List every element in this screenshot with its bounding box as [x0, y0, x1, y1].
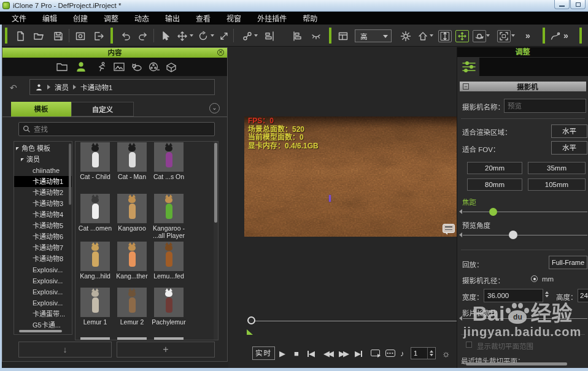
- focal-slider-knob[interactable]: [489, 208, 497, 216]
- thumbnail-item[interactable]: Cat ...s On: [151, 142, 187, 181]
- tree-item[interactable]: G5卡通...: [14, 319, 72, 331]
- redo-button[interactable]: [136, 30, 150, 42]
- add-content-button[interactable]: +: [117, 342, 215, 358]
- tree-item[interactable]: 卡通动物6: [14, 231, 72, 242]
- move-tool-caret[interactable]: [190, 34, 193, 37]
- thumbnail-item[interactable]: Kangaroo - ...all Player: [151, 194, 187, 239]
- thumbnail-item[interactable]: Cat ...omen: [77, 194, 113, 232]
- dialog-track-icon[interactable]: •••: [385, 350, 395, 357]
- last-frame-button[interactable]: ▶: [355, 348, 362, 360]
- tree-item[interactable]: Explosiv...: [14, 264, 72, 275]
- tree-item[interactable]: 角色 模板: [14, 143, 72, 154]
- camera-name-input[interactable]: [504, 99, 586, 113]
- frame-object-caret[interactable]: [511, 34, 515, 37]
- breadcrumb-actor[interactable]: 演员: [55, 82, 69, 92]
- aspect-slider-track[interactable]: [463, 318, 587, 319]
- timeline-track[interactable]: [251, 321, 457, 321]
- link-tool-caret[interactable]: [254, 34, 258, 37]
- fast-forward-button[interactable]: ▶▶: [339, 348, 347, 360]
- thumbnail-item[interactable]: Lemur 1: [77, 288, 113, 326]
- menu-export[interactable]: 输出: [157, 12, 188, 25]
- align-tool[interactable]: [263, 30, 276, 42]
- link-tool[interactable]: [241, 30, 254, 42]
- tree-item[interactable]: 卡通蛋带...: [14, 308, 72, 319]
- tree-item[interactable]: 卡通动物2: [14, 187, 72, 198]
- thumbnail-item[interactable]: Lemu...fed: [151, 242, 187, 280]
- breadcrumb-current[interactable]: 卡通动物1: [80, 82, 112, 92]
- height-input[interactable]: [578, 289, 588, 302]
- thumbnail-partial[interactable]: [80, 337, 110, 340]
- playback-mode-dropdown[interactable]: Full-Frame: [549, 256, 587, 269]
- tree-vertical-scrollbar[interactable]: [69, 143, 71, 205]
- tree-item[interactable]: 卡通动物4: [14, 209, 72, 220]
- tab-template[interactable]: 模板: [11, 102, 71, 117]
- save-project-button[interactable]: [52, 30, 65, 42]
- orbit-camera-tool[interactable]: [473, 30, 486, 42]
- toolbar-overflow-chevron-2[interactable]: »: [563, 31, 567, 40]
- frame-number-box[interactable]: [411, 347, 436, 359]
- menu-plugins[interactable]: 外挂插件: [249, 12, 295, 25]
- tab-prop-icon[interactable]: [129, 59, 145, 74]
- render-preview-button[interactable]: [74, 30, 87, 42]
- search-input[interactable]: [34, 126, 199, 133]
- maximize-button[interactable]: [570, 0, 586, 9]
- tree-item[interactable]: 演员: [14, 154, 72, 165]
- viewport-comment-icon[interactable]: [443, 224, 455, 233]
- rotate-tool-caret[interactable]: [211, 34, 214, 37]
- minimize-button[interactable]: [554, 0, 570, 9]
- playback-settings-icon[interactable]: ☼: [442, 348, 451, 360]
- undo-button[interactable]: [119, 30, 133, 42]
- tree-item[interactable]: 卡通动物8: [14, 253, 72, 264]
- tab-scene-icon[interactable]: [111, 59, 127, 74]
- frame-spinner[interactable]: [427, 348, 435, 359]
- thumbnail-partial[interactable]: [117, 337, 147, 340]
- thumbnail-item[interactable]: Pachylemur: [151, 288, 187, 326]
- tree-item[interactable]: 卡通动物7: [14, 242, 72, 253]
- open-project-button[interactable]: [32, 30, 45, 42]
- lens-35mm-button[interactable]: 35mm: [528, 162, 586, 174]
- camera-section-bar[interactable]: − 摄影机: [460, 82, 586, 91]
- show-clip-checkbox[interactable]: [466, 342, 472, 348]
- focal-slider-arrow[interactable]: [459, 209, 462, 214]
- rotate-tool[interactable]: [196, 30, 210, 42]
- tree-item[interactable]: Explosiv...: [14, 297, 72, 308]
- apply-to-scene-button[interactable]: ↓: [18, 342, 112, 358]
- frame-number-input[interactable]: [411, 348, 427, 359]
- tab-actor-icon[interactable]: [73, 59, 89, 74]
- menu-file[interactable]: 文件: [4, 12, 34, 25]
- content-panel-header[interactable]: 内容: [2, 48, 227, 58]
- tree-item-selected[interactable]: 卡通动物1: [14, 176, 72, 187]
- thumbnail-partial[interactable]: [154, 337, 184, 340]
- lens-80mm-button[interactable]: 80mm: [467, 178, 522, 191]
- curve-editor-button[interactable]: [549, 30, 562, 42]
- home-view-button[interactable]: [416, 30, 430, 42]
- tab-animation-icon[interactable]: [94, 59, 110, 74]
- quality-dropdown[interactable]: 高: [355, 29, 392, 42]
- tree-item[interactable]: 卡通动物3: [14, 198, 72, 209]
- tree-item[interactable]: chiinathe: [14, 165, 72, 176]
- tab-project-icon[interactable]: [54, 59, 70, 74]
- menu-help[interactable]: 帮助: [295, 12, 325, 25]
- realtime-button[interactable]: 实时: [252, 346, 275, 360]
- tab-custom[interactable]: 自定义: [71, 102, 134, 117]
- tree-horizontal-scrollbar[interactable]: [19, 330, 62, 332]
- grid-scrollbar-thumb[interactable]: [214, 143, 217, 223]
- audio-track-icon[interactable]: ♪: [400, 348, 404, 360]
- workspace-layout-button[interactable]: [336, 30, 350, 42]
- scene-actor-marker[interactable]: [329, 195, 331, 202]
- adjust-horizontal-scrollbar[interactable]: [466, 362, 567, 365]
- fit-render-dropdown[interactable]: 水平: [551, 124, 587, 138]
- toolbar-overflow-chevron[interactable]: »: [525, 31, 529, 40]
- home-view-caret[interactable]: [430, 34, 433, 37]
- thumbnail-item[interactable]: Kang...hild: [77, 242, 113, 280]
- timeline-playhead[interactable]: [247, 316, 255, 324]
- thumbnail-item[interactable]: Cat - Man: [114, 142, 150, 181]
- thumbnail-item[interactable]: Kang...ther: [114, 242, 150, 280]
- tab-media-icon[interactable]: [146, 59, 162, 74]
- play-button[interactable]: ▶: [279, 348, 285, 360]
- angle-slider-arrow[interactable]: [459, 232, 462, 237]
- first-frame-button[interactable]: ◀: [308, 348, 315, 360]
- angle-slider-knob[interactable]: [509, 231, 517, 239]
- menu-edit[interactable]: 编辑: [34, 12, 65, 25]
- focal-slider-track[interactable]: [463, 212, 587, 212]
